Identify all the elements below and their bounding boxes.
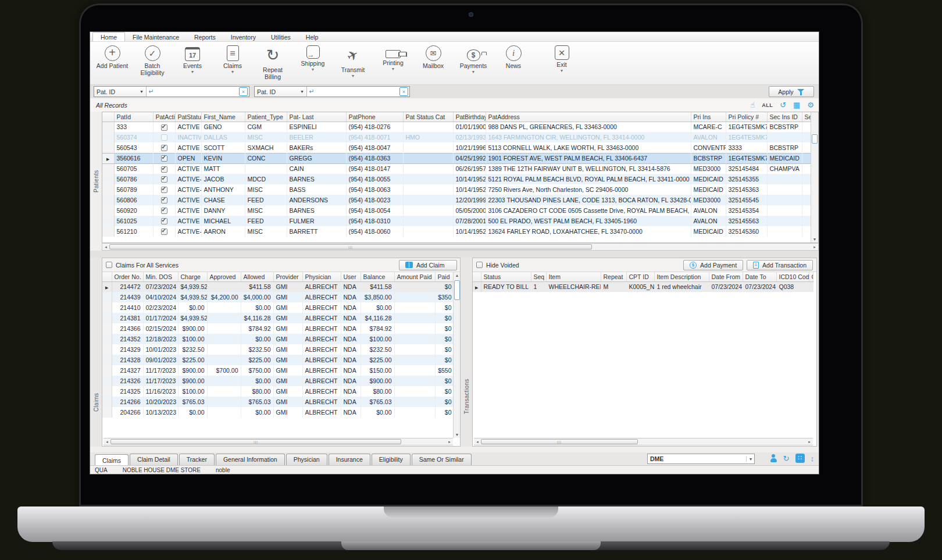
expand-vertical-icon[interactable]: ↕ [811,455,815,462]
active-checkbox[interactable] [161,166,167,173]
active-checkbox[interactable] [161,208,167,214]
column-header[interactable]: Physician [302,272,341,281]
scrollbar-thumb[interactable]: ||| [481,439,638,444]
scroll-left-icon[interactable]: ◂ [474,440,481,444]
transactions-horizontal-scrollbar[interactable]: ◂ ||| ▸ [474,438,813,445]
patient-row[interactable]: 560374 INACTIVE DALLAS MISC BEELER (954)… [102,132,811,142]
sidebar-tab-claims[interactable]: Claims [90,358,102,447]
menu-tab[interactable]: Reports [187,32,223,41]
claim-row[interactable]: 214325 11/16/2023 $100.00 $80.00 GMI ALB… [102,386,454,397]
scrollbar-thumb[interactable]: ||| [109,244,592,249]
claim-row[interactable]: 214410 02/23/2024 $0.00 $0.00 GMI ALBREC… [102,302,454,313]
patient-row[interactable]: 561025 ACTIVE MICHAEL FEED FULMER (954) … [102,216,811,226]
show-all-toggle[interactable]: ALL [762,102,773,108]
sidebar-tab-transactions[interactable]: Transactions [461,346,472,447]
transmit-button[interactable]: Transmit [337,44,369,85]
active-checkbox[interactable] [161,134,167,141]
claim-row[interactable]: 214366 02/15/2024 $900.00 $784.92 GMI AL… [102,323,454,334]
active-checkbox[interactable] [161,145,167,151]
pan-hand-icon[interactable]: ☝ [750,101,755,109]
column-header[interactable]: Provider [273,272,302,281]
column-header[interactable]: Amount Paid [394,272,435,281]
patient-row[interactable]: 3560616 OPEN KEVIN CONC GREGG (954) 418-… [102,153,811,163]
menu-tab[interactable]: Help [298,32,326,41]
scroll-left-icon[interactable]: ◂ [102,245,109,249]
patients-horizontal-scrollbar[interactable]: ◂ ||| ▸ [102,243,819,251]
doc-tab[interactable]: Claim Detail [130,454,178,465]
settings-gear-icon[interactable]: ⚙ [807,101,814,109]
column-header[interactable]: User [341,272,361,281]
claim-row[interactable]: 214472 07/23/2024 $4,939.52 $411.58 GMI … [102,281,454,292]
doc-tab[interactable]: Same Or Similar [412,454,472,465]
column-header[interactable]: Paid [435,272,454,281]
apps-grid-icon[interactable] [795,454,805,463]
active-checkbox[interactable] [161,176,167,183]
active-checkbox[interactable] [161,187,167,193]
patient-row[interactable]: 561210 ACTIVE-T AARON MISC BARRETT (954)… [102,226,811,237]
column-header[interactable]: ICD10 Codes [776,272,809,281]
patient-row[interactable]: 560806 ACTIVE CHASE FEED ANDERSONS (954)… [102,195,811,205]
events-button[interactable]: Events [176,44,209,85]
column-header[interactable]: PatPhone [346,112,403,122]
patient-row[interactable]: 560920 ACTIVE DANNY MISC BARNES (954) 41… [102,205,811,216]
doc-tab[interactable]: Insurance [329,454,370,465]
patient-row[interactable]: 560705 ACTIVE MATT CAIN (954) 418-0147 0… [102,163,811,174]
column-header[interactable]: Se [802,112,811,122]
column-header[interactable]: Pat- Last [287,112,346,122]
sidebar-tab-patients[interactable]: Patients [90,112,102,251]
view-selector-dropdown[interactable]: DME ▾ [647,454,755,464]
column-header[interactable]: Balance [361,272,394,281]
lookup-arrow-icon[interactable]: ↵ [307,88,316,95]
column-header[interactable]: Order No. [112,272,143,281]
column-header[interactable]: PatAddress [486,112,691,122]
column-header[interactable]: C [809,272,813,281]
scroll-left-icon[interactable]: ◂ [104,440,110,444]
menu-tab[interactable]: Inventory [223,32,263,41]
printing-button[interactable]: Printing [377,44,409,85]
search-input[interactable] [316,87,399,96]
column-header[interactable]: PatBirthday [453,112,486,122]
panel-splitter[interactable] [90,251,819,258]
claim-row[interactable]: 214352 12/18/2023 $100.00 $0.00 GMI ALBR… [102,334,454,344]
column-header[interactable]: Pri Policy # [726,112,767,122]
claim-row[interactable]: 214327 11/17/2023 $900.00 $700.00 $750.0… [102,365,454,376]
add-transaction-button[interactable]: Add Transaction [747,260,813,270]
claim-row[interactable]: 214439 04/10/2024 $4,939.52 $4,200.00 $4… [102,292,454,302]
menu-tab[interactable]: File Maintenance [125,32,187,41]
column-header[interactable]: Status [481,272,531,281]
column-header[interactable]: Patient_Type [245,112,287,122]
clear-search-icon[interactable] [399,87,408,96]
claim-row[interactable]: 214328 09/01/2023 $225.00 $225.00 GMI AL… [102,355,454,365]
claims-horizontal-scrollbar[interactable]: ◂ ||| ▸ [104,438,453,445]
active-checkbox[interactable] [161,218,167,224]
scroll-down-icon[interactable]: ▼ [454,433,461,437]
active-checkbox[interactable] [161,229,167,235]
patient-row[interactable]: 333 ACTIVE GENO CGM ESPINELI (954) 418-0… [102,122,811,132]
column-header[interactable]: CPT ID [626,272,654,281]
scroll-right-icon[interactable]: ▸ [446,440,453,444]
scrollbar-thumb[interactable] [812,134,818,144]
refresh-icon[interactable]: ↺ [780,101,786,109]
apply-filter-button[interactable]: Apply [769,86,814,97]
hide-voided-checkbox[interactable] [476,262,483,268]
column-header[interactable]: Seq [531,272,546,281]
claim-row[interactable]: 214326 11/17/2023 $900.00 $0.00 GMI ALBR… [102,376,454,386]
patient-row[interactable]: 560786 ACTIVE-T JACOB MDCD BARNES (954) … [102,174,811,184]
doc-tab[interactable]: Eligibility [372,454,411,465]
active-checkbox[interactable] [161,124,167,131]
add-claim-button[interactable]: Add Claim [399,260,457,270]
claim-row[interactable]: 214329 10/01/2023 $232.50 $232.50 GMI AL… [102,344,454,355]
column-header[interactable]: Repeat [601,272,626,281]
column-header[interactable]: Approved [207,272,241,281]
layout-grid-icon[interactable]: ▦ [793,101,800,109]
patient-person-icon[interactable] [770,454,777,463]
column-header[interactable]: Allowed [241,272,273,281]
scroll-down-icon[interactable]: ▼ [811,237,818,241]
user-sync-icon[interactable]: ↻ [783,455,790,462]
shipping-button[interactable]: Shipping [297,44,329,85]
column-header[interactable]: PatActive [153,112,175,122]
column-header[interactable]: Sec Ins ID [767,112,802,122]
claim-row[interactable]: 214266 10/20/2023 $765.03 $765.03 GMI AL… [102,397,454,407]
payments-button[interactable]: Payments [457,44,490,85]
add-patient-button[interactable]: Add Patient [96,44,129,85]
